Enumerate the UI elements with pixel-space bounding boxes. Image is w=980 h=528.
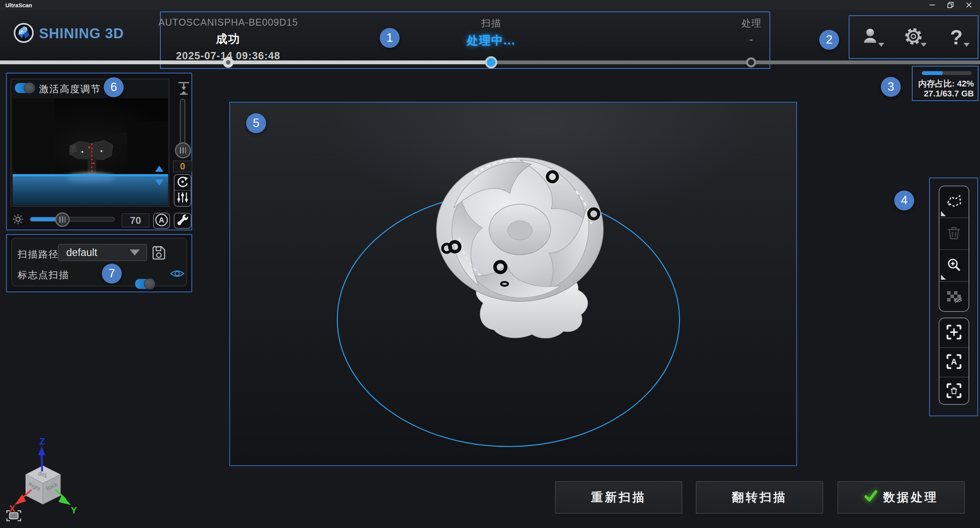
rescan-button-label: 重新扫描	[591, 489, 646, 505]
help-icon: ?	[950, 27, 963, 47]
marker-scan-label: 标志点扫描	[18, 269, 69, 281]
wizard-node-active	[485, 56, 497, 68]
frame-plus-icon	[946, 324, 962, 342]
fit-view-button[interactable]	[6, 510, 21, 523]
height-limit-icon	[176, 81, 191, 97]
height-adjust-toggle-knob	[24, 82, 35, 94]
annotation-badge-3: 3	[881, 77, 901, 97]
camera-preview	[13, 98, 168, 205]
save-path-button[interactable]	[152, 246, 166, 262]
marker-scan-toggle[interactable]	[135, 279, 155, 289]
annotation-badge-1: 1	[380, 28, 400, 48]
fit-view-icon	[6, 510, 21, 522]
settings-caret-icon	[921, 43, 927, 47]
tools-button[interactable]	[174, 213, 191, 229]
cube-face-top-label: Top	[38, 471, 48, 479]
knob-grip-lines	[59, 217, 65, 223]
annotation-badge-2: 2	[819, 30, 839, 50]
delete-scan-button[interactable]	[939, 377, 969, 405]
auto-align-button[interactable]: A	[939, 348, 969, 377]
svg-text:A: A	[951, 357, 957, 367]
flyout-corner-indicator	[941, 211, 946, 216]
memory-bar	[922, 71, 972, 75]
flyout-corner-indicator	[941, 275, 946, 280]
close-button[interactable]	[963, 1, 975, 9]
add-scan-button[interactable]	[939, 318, 969, 348]
step-scan-status: 处理中...	[392, 33, 591, 49]
zoom-tool-button[interactable]	[939, 250, 969, 282]
window-controls	[926, 0, 978, 10]
data-process-button[interactable]: 数据处理	[838, 481, 965, 513]
wizard-step-project: AUTOSCANISPHA-BE009D15 成功 2025-07-14 09:…	[129, 17, 328, 62]
wrench-icon	[176, 213, 189, 228]
memory-usage-panel: 内存占比: 42% 27.1/63.7 GB	[912, 66, 978, 101]
annotation-badge-5: 5	[246, 113, 266, 133]
data-process-button-label: 数据处理	[883, 489, 938, 505]
reset-rotation-button[interactable]	[174, 174, 191, 191]
eye-icon	[170, 267, 185, 280]
brightness-value-field[interactable]: 70	[122, 213, 149, 227]
annotation-badge-6: 6	[104, 77, 124, 97]
marker-visibility-button[interactable]	[170, 267, 185, 282]
brightness-slider-track[interactable]	[30, 217, 115, 222]
trash-icon	[946, 225, 962, 242]
brand-logo: SHINING 3D	[14, 23, 124, 44]
scan-path-select[interactable]: default	[58, 244, 147, 261]
frame-trash-icon	[946, 383, 962, 400]
scan-path-selected-value: default	[66, 247, 97, 259]
help-menu-button[interactable]: ?	[943, 24, 970, 51]
maximize-button[interactable]	[945, 1, 956, 9]
app-title: UltraScan	[5, 2, 32, 8]
rescan-button[interactable]: 重新扫描	[555, 481, 682, 513]
svg-text:A: A	[159, 216, 164, 224]
annotation-badge-4: 4	[894, 191, 914, 210]
height-adjust-toggle[interactable]	[15, 83, 35, 93]
brightness-slider-knob[interactable]	[55, 212, 70, 227]
selection-tool-group	[939, 186, 969, 312]
user-menu-button[interactable]	[858, 24, 884, 51]
axis-y-label: Y	[71, 505, 77, 515]
scan-scene	[230, 103, 796, 465]
height-slider-knob[interactable]	[175, 142, 191, 158]
brightness-icon	[12, 213, 24, 227]
frame-a-icon: A	[946, 354, 962, 371]
wizard-progress-fill	[0, 60, 491, 64]
check-icon	[864, 489, 878, 506]
height-cut-region	[13, 176, 168, 205]
step-scan-label: 扫描	[392, 17, 591, 29]
memory-bar-fill	[922, 71, 943, 75]
marker-scan-toggle-knob	[144, 278, 155, 290]
settings-menu-button[interactable]	[900, 24, 927, 51]
height-value-field[interactable]: 0	[173, 161, 192, 172]
scan-3d-viewport[interactable]	[229, 102, 797, 466]
height-adjust-toggle-label: 激活高度调节	[39, 83, 101, 95]
step-project-status: 成功	[129, 31, 328, 47]
magnifier-plus-icon	[946, 257, 962, 274]
delete-selection-button[interactable]	[939, 218, 969, 250]
equalizer-icon	[176, 191, 189, 205]
arrow-down-icon	[155, 179, 163, 186]
user-caret-icon	[878, 43, 884, 47]
brand-sphere-icon	[14, 23, 34, 44]
flip-scan-button[interactable]: 翻转扫描	[696, 481, 823, 513]
titlebar: UltraScan	[0, 0, 980, 10]
minimize-button[interactable]	[926, 1, 938, 9]
scan-path-label: 扫描路径	[18, 248, 59, 261]
toggle-texture-button[interactable]	[939, 282, 969, 312]
auto-brightness-button[interactable]: A	[153, 213, 170, 229]
auto-circle-icon: A	[155, 213, 168, 228]
memory-usage-label: 27.1/63.7 GB	[924, 89, 974, 99]
view-tool-group: A	[939, 318, 969, 405]
reset-rotation-icon	[176, 175, 189, 190]
step-process-label: 处理	[652, 17, 851, 29]
axis-z-label: Z	[39, 436, 45, 447]
camera-settings-button[interactable]	[174, 191, 191, 207]
help-caret-icon	[964, 43, 970, 47]
brand-name: SHINING 3D	[39, 26, 124, 42]
chevron-down-icon	[130, 249, 140, 256]
lasso-select-button[interactable]	[939, 186, 969, 218]
checkerboard-eye-off-icon	[946, 289, 962, 306]
annotation-badge-7: 7	[102, 264, 122, 284]
arrow-up-icon	[155, 166, 163, 172]
lasso-select-icon	[946, 194, 962, 210]
